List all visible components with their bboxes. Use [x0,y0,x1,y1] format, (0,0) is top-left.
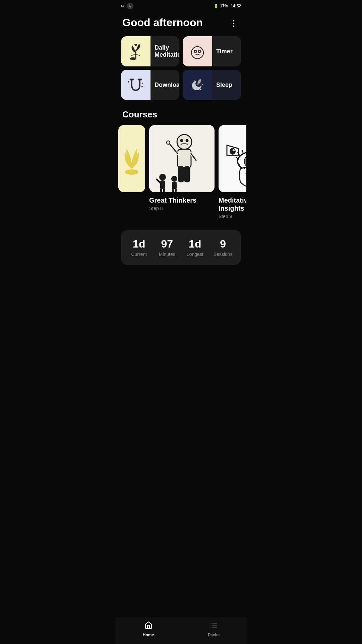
timer-label: Timer [216,48,241,55]
meditative-insights-step: Step 9 [219,214,246,219]
greeting-text: Good afternoon [122,16,203,29]
svg-point-0 [130,57,136,60]
svg-point-23 [159,174,166,180]
daily-meditation-label: DailyMeditation [155,44,179,58]
great-thinkers-step: Step 8 [149,206,215,211]
svg-point-32 [230,148,236,155]
bottom-nav: Home Packs [116,617,246,644]
timer-icon [187,41,207,61]
courses-scroll-container[interactable]: Great Thinkers Step 8 [116,125,246,222]
magnet-icon [126,75,146,95]
nav-packs-label: Packs [208,633,220,637]
current-label: Current [131,252,147,257]
downloads-card[interactable]: Downloads [121,70,179,100]
meditative-insights-info: MeditativeInsights Step 9 [219,196,246,219]
svg-point-27 [171,176,177,182]
status-indicators: 🔋 17% 14:52 [214,4,241,8]
courses-section: Courses [116,100,246,227]
minutes-value: 97 [161,238,173,250]
sleep-icon-wrap [183,70,212,100]
quick-actions-grid: DailyMeditation [116,36,246,100]
downloads-label: Downloads [155,82,179,89]
three-dots-icon [233,20,234,27]
battery-icon: 🔋 [214,4,219,8]
sessions-value: 9 [220,238,226,250]
svg-rect-25 [160,188,162,192]
minutes-label: Minutes [159,252,175,257]
sleep-icon [187,75,207,95]
nav-packs[interactable]: Packs [200,621,227,637]
great-thinkers-card[interactable]: Great Thinkers Step 8 [149,125,215,219]
course-card-partial[interactable] [118,125,145,219]
course-thumb-partial [118,125,145,192]
meditative-insights-thumb [219,125,246,192]
svg-point-14 [125,169,138,175]
sleep-label: Sleep [216,82,241,89]
svg-rect-30 [175,189,177,192]
status-bar: ✉ N 🔋 17% 14:52 [116,0,246,11]
svg-rect-29 [172,189,174,192]
svg-point-13 [192,89,193,89]
svg-point-12 [200,89,201,90]
svg-point-17 [181,140,183,142]
svg-point-11 [202,84,203,85]
stat-longest: 1d Longest [182,238,208,257]
svg-point-33 [233,149,235,151]
courses-title: Courses [122,109,240,120]
svg-point-1 [191,47,203,59]
svg-rect-28 [172,182,177,189]
nav-home-label: Home [143,633,154,637]
svg-point-55 [244,167,245,169]
downloads-icon-wrap [121,70,150,100]
meditative-insights-illustration [220,125,246,192]
time-display: 14:52 [231,4,241,8]
daily-meditation-icon-wrap [121,36,150,66]
stat-minutes: 97 Minutes [155,238,180,257]
meditative-insights-title: MeditativeInsights [219,196,246,212]
great-thinkers-illustration [151,125,213,192]
lotus-icon [120,135,143,182]
email-icon: ✉ [121,4,125,9]
svg-point-4 [195,51,196,52]
sessions-label: Sessions [214,252,233,257]
status-notifications: ✉ N [121,3,133,9]
current-value: 1d [133,238,145,250]
home-icon [144,621,153,631]
great-thinkers-title: Great Thinkers [149,196,215,204]
svg-rect-21 [184,167,190,182]
svg-point-53 [238,164,240,166]
svg-point-18 [186,140,188,142]
stats-card: 1d Current 97 Minutes 1d Longest 9 Sessi… [121,230,241,265]
stat-current: 1d Current [126,238,152,257]
longest-value: 1d [189,238,201,250]
svg-point-10 [194,80,195,82]
header: Good afternoon [116,11,246,36]
meditative-insights-card[interactable]: MeditativeInsights Step 9 [219,125,246,219]
timer-card[interactable]: Timer [183,36,241,66]
notification-icon: N [127,3,133,9]
svg-rect-20 [178,167,184,182]
svg-rect-19 [178,149,191,168]
svg-rect-24 [160,180,165,189]
svg-rect-26 [163,188,165,192]
stats-grid: 1d Current 97 Minutes 1d Longest 9 Sessi… [126,238,236,257]
great-thinkers-info: Great Thinkers Step 8 [149,196,215,211]
great-thinkers-thumb [149,125,215,192]
longest-label: Longest [187,252,203,257]
packs-icon [210,621,218,631]
plant-icon [126,41,146,61]
battery-level: 17% [220,4,228,8]
nav-home[interactable]: Home [135,621,162,637]
more-options-button[interactable] [228,17,240,30]
stat-sessions: 9 Sessions [210,238,236,257]
daily-meditation-card[interactable]: DailyMeditation [121,36,179,66]
svg-point-5 [199,51,200,52]
svg-point-16 [177,135,192,149]
svg-point-22 [167,141,170,144]
timer-icon-wrap [183,36,212,66]
sleep-card[interactable]: Sleep [183,70,241,100]
